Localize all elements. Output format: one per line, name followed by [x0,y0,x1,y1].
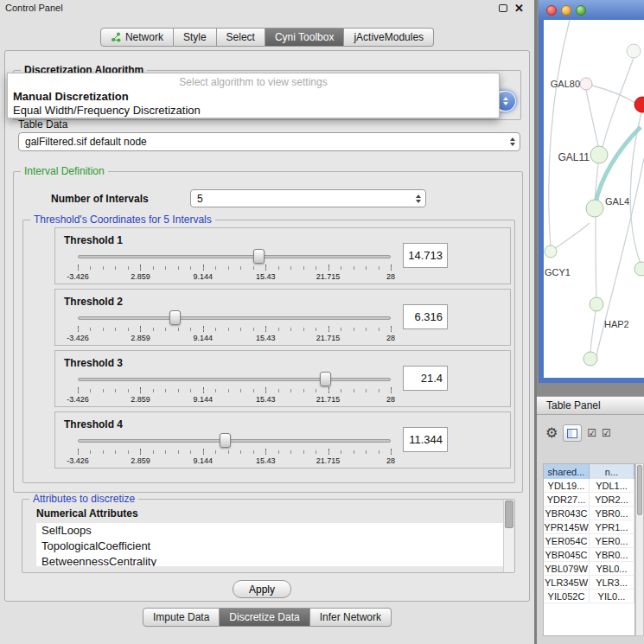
table-row[interactable]: YIL052CYIL0... [544,590,634,603]
slider-track[interactable] [78,316,391,320]
slider-thumb[interactable] [169,310,181,325]
threshold-value-field[interactable]: 14.713 [403,243,448,268]
network-node-gal80[interactable] [580,78,592,90]
scale-tick-label: 15.43 [256,272,276,281]
table-row[interactable]: YBR045CYBR0... [544,548,634,562]
checkbox-filter-icon-2[interactable]: ☑ [602,427,611,439]
scale-tick-label: 2.859 [131,395,150,404]
threshold-value-field[interactable]: 11.344 [403,427,448,452]
combo-stepper-icon[interactable] [510,137,515,146]
number-of-intervals-combo[interactable]: 5 [190,189,426,207]
table-cell[interactable]: YDL1... [590,479,634,492]
table-cell[interactable]: YER0... [590,534,634,547]
number-of-intervals-label: Number of Intervals [51,193,149,205]
network-node-selected-red[interactable] [634,97,644,112]
slider-thumb[interactable] [253,249,265,264]
column-header-shared-name[interactable]: shared... [544,464,590,479]
threshold-label: Threshold 4 [64,418,123,430]
slider-thumb[interactable] [220,433,231,448]
slider-track[interactable] [78,439,391,443]
table-cell[interactable]: YLR3... [590,576,634,589]
scale-tick-label: 21.715 [316,334,341,342]
table-cell[interactable]: YIL052C [544,590,590,603]
tab-network[interactable]: Network [100,28,174,47]
network-node-hap2[interactable] [590,297,603,311]
scrollbar-thumb[interactable] [637,465,642,515]
gear-icon[interactable]: ⚙ [545,426,558,440]
network-node-gal4[interactable] [586,200,603,217]
minimize-traffic-light[interactable] [561,5,571,16]
attribute-list-item[interactable]: TopologicalCoefficient [36,539,503,554]
table-scrollbar[interactable] [635,463,644,636]
numerical-attributes-list[interactable]: SelfLoopsTopologicalCoefficientBetweenne… [36,523,503,566]
zoom-traffic-light[interactable] [576,5,586,16]
table-cell[interactable]: YBR043C [544,507,590,520]
threshold-value-field[interactable]: 21.4 [403,366,448,391]
threshold-panel: Threshold 1 -3.4262.8599.14415.4321.7152… [54,227,511,284]
table-row[interactable]: YBL079WYBL0... [544,562,634,576]
threshold-value-field[interactable]: 6.316 [403,304,448,329]
dropdown-option-manual-discretization[interactable]: Manual Discretization [13,90,129,103]
table-cell[interactable]: YLR345W [544,576,590,589]
table-cell[interactable]: YDR2... [590,493,634,506]
attributes-scrollbar[interactable] [503,500,514,572]
threshold-slider[interactable] [78,433,391,449]
attribute-list-item[interactable]: SelfLoops [36,523,503,539]
table-cell[interactable]: YPR145W [544,520,590,533]
table-cell[interactable]: YDR27... [544,493,590,506]
table-row[interactable]: YDR27...YDR2... [544,493,634,507]
highlighted-edge[interactable] [596,127,641,203]
table-cell[interactable]: YBR045C [544,548,590,561]
slider-track[interactable] [78,378,391,381]
tab-infer-network[interactable]: Infer Network [310,608,392,627]
slider-thumb[interactable] [320,372,331,386]
combo-stepper-icon[interactable] [416,194,421,203]
columns-button[interactable] [563,424,582,442]
table-row[interactable]: YDL19...YDL1... [544,479,634,493]
dropdown-option-equal-width-frequency[interactable]: Equal Width/Frequency Discretization [13,104,201,117]
table-cell[interactable]: YBL0... [590,562,634,575]
table-cell[interactable]: YDL19... [544,479,590,492]
table-row[interactable]: YER054CYER0... [544,534,634,548]
close-window-icon[interactable]: ✕ [514,3,524,13]
close-traffic-light[interactable] [546,5,557,16]
table-cell[interactable]: YBL079W [544,562,590,575]
threshold-slider[interactable] [78,310,391,326]
apply-button[interactable]: Apply [233,580,291,598]
table-row[interactable]: YPR145WYPR1... [544,520,634,534]
control-panel-window: Control Panel ✕ Network Style Select Cyn… [0,0,534,644]
table-data-combo[interactable]: galFiltered.sif default node [18,132,520,151]
table-cell[interactable]: YBR0... [590,548,634,561]
tab-discretize-data[interactable]: Discretize Data [220,608,309,627]
tab-impute-data[interactable]: Impute Data [143,608,220,627]
table-cell[interactable]: YER054C [544,534,590,547]
table-cell[interactable]: YBR0... [590,507,634,520]
threshold-slider[interactable] [78,249,391,265]
tab-style[interactable]: Style [174,28,217,47]
table-row[interactable]: YLR345WYLR3... [544,576,634,590]
column-header-name[interactable]: n... [590,464,634,479]
network-node[interactable] [634,262,644,276]
network-graph: GAL80 GAL11 GAL4 GCY1 HAP2 [544,20,644,378]
table-row[interactable]: YBR043CYBR0... [544,507,634,520]
float-window-icon[interactable] [499,4,507,12]
table-rows: YDL19...YDL1...YDR27...YDR2...YBR043CYBR… [544,479,634,603]
network-node[interactable] [627,44,641,58]
tab-cyni-toolbox[interactable]: Cyni Toolbox [265,28,344,47]
table-cell[interactable]: YIL0... [590,590,634,603]
scrollbar-thumb[interactable] [505,501,513,528]
slider-track[interactable] [78,255,391,258]
network-node[interactable] [583,352,597,366]
network-window-titlebar[interactable] [539,0,644,20]
tab-jactivemodules[interactable]: jActiveModules [344,28,434,47]
scale-tick-label: -3.426 [67,456,89,465]
checkbox-filter-icon[interactable]: ☑ [587,427,596,439]
threshold-slider[interactable] [78,372,391,387]
network-node-gal11[interactable] [590,146,608,163]
attribute-list-item[interactable]: BetweennessCentrality [36,554,503,566]
threshold-label: Threshold 3 [64,357,123,369]
tab-select[interactable]: Select [217,28,265,47]
table-cell[interactable]: YPR1... [590,520,634,533]
network-node-gcy1[interactable] [545,245,557,258]
network-canvas[interactable]: GAL80 GAL11 GAL4 GCY1 HAP2 [544,20,644,378]
